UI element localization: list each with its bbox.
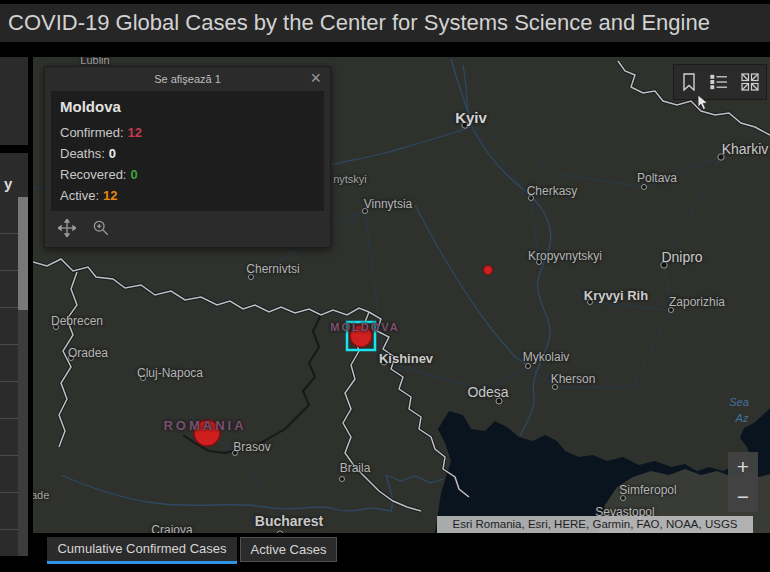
- zoom-in-button[interactable]: +: [728, 452, 758, 482]
- map-label-kropyvnytskyi: Kropyvnytskyi: [528, 249, 602, 263]
- close-icon[interactable]: ×: [310, 67, 321, 89]
- field-label: Confirmed:: [60, 125, 124, 140]
- map-label-kryvyi-rih: Kryvyi Rih: [584, 288, 648, 303]
- sidebar-top-panel: [0, 57, 28, 145]
- field-value: 0: [109, 146, 116, 161]
- active-tab-underline: [47, 561, 237, 564]
- map-toolbar: [673, 64, 767, 100]
- app-title: COVID-19 Global Cases by the Center for …: [0, 4, 770, 42]
- popup-header[interactable]: Se afişează 1 ×: [45, 67, 330, 91]
- tab-cumulative-confirmed-cases[interactable]: Cumulative Confirmed Cases: [47, 537, 237, 561]
- zoom-out-button[interactable]: −: [728, 482, 758, 512]
- zoom-control: + −: [728, 452, 758, 512]
- popup-field-active: Active:12: [60, 185, 315, 206]
- field-value: 12: [103, 188, 117, 203]
- map-label-chernivtsi: Chernivtsi: [246, 262, 299, 276]
- basemap-icon[interactable]: [741, 73, 759, 91]
- map-label-kishinev: Kishinev: [379, 351, 433, 366]
- sidebar-panel[interactable]: y: [0, 57, 28, 556]
- field-value: 12: [128, 125, 142, 140]
- map-label-craiova: Craiova: [151, 523, 192, 533]
- bookmark-icon[interactable]: [681, 73, 697, 91]
- popup-header-text: Se afişează 1: [154, 73, 221, 85]
- bottom-tabs: Cumulative Confirmed Cases Active Cases: [0, 537, 770, 572]
- map-label-romania: ROMANIA: [163, 418, 246, 433]
- map-label-bucharest: Bucharest: [255, 513, 323, 529]
- map-label-oradea: Oradea: [68, 346, 108, 360]
- map-label-simferopol: Simferopol: [619, 483, 676, 497]
- map-label-kyiv: Kyiv: [455, 109, 487, 126]
- popup-footer: [45, 211, 330, 245]
- map-label-braila: Braila: [340, 461, 371, 475]
- map-label-azov: Az: [736, 412, 749, 424]
- map-label-cherkasy: Cherkasy: [527, 184, 578, 198]
- popup-content: Moldova Confirmed:12 Deaths:0 Recovered:…: [51, 91, 324, 211]
- map-label-zaporizhia: Zaporizhia: [669, 295, 725, 309]
- map-label-cluj-napoca: Cluj-Napoca: [137, 366, 203, 380]
- feature-popup: Se afişează 1 × Moldova Confirmed:12 Dea…: [44, 66, 331, 248]
- map-label-brasov: Brasov: [233, 440, 270, 454]
- popup-field-confirmed: Confirmed:12: [60, 122, 315, 143]
- popup-field-deaths: Deaths:0: [60, 143, 315, 164]
- field-label: Recovered:: [60, 167, 126, 182]
- map-label-dnipro: Dnipro: [661, 249, 702, 265]
- map-label-odesa: Odesa: [467, 384, 508, 400]
- legend-icon[interactable]: [710, 73, 728, 91]
- tab-active-cases[interactable]: Active Cases: [240, 537, 337, 562]
- magnify-plus-icon[interactable]: [92, 219, 110, 237]
- field-label: Active:: [60, 188, 99, 203]
- sidebar-list-rows[interactable]: [0, 197, 18, 556]
- map-label-khmelnytskyi-partial: nytskyi: [333, 173, 367, 185]
- map-label-vinnytsia: Vinnytsia: [364, 197, 412, 211]
- map-label-sea: Sea: [729, 396, 749, 408]
- map-label-lublin: Lublin: [80, 57, 109, 66]
- map-label-poltava: Poltava: [637, 171, 677, 185]
- case-marker-small: [484, 266, 493, 275]
- pan-icon[interactable]: [58, 219, 76, 237]
- sidebar-list-panel: y: [0, 153, 28, 556]
- map-label-moldova: MOLDOVA: [330, 321, 399, 333]
- map-label-mykolaiv: Mykolaiv: [523, 350, 570, 364]
- sidebar-heading-partial: y: [4, 175, 12, 192]
- map-label-debrecen: Debrecen: [51, 314, 103, 328]
- map-label-kharkiv: Kharkiv: [722, 141, 769, 157]
- map-label-kherson: Kherson: [551, 372, 596, 386]
- popup-field-recovered: Recovered:0: [60, 164, 315, 185]
- field-value: 0: [130, 167, 137, 182]
- map-canvas[interactable]: Lublin nytskyi Kyiv Kharkiv Poltava Cher…: [33, 57, 770, 533]
- cursor-icon: [697, 95, 709, 111]
- field-label: Deaths:: [60, 146, 105, 161]
- map-label-partial-ade: ade: [33, 489, 49, 501]
- map-attribution: Esri Romania, Esri, HERE, Garmin, FAO, N…: [437, 516, 753, 533]
- popup-title: Moldova: [60, 98, 315, 115]
- sidebar-scrollbar-thumb[interactable]: [18, 197, 28, 310]
